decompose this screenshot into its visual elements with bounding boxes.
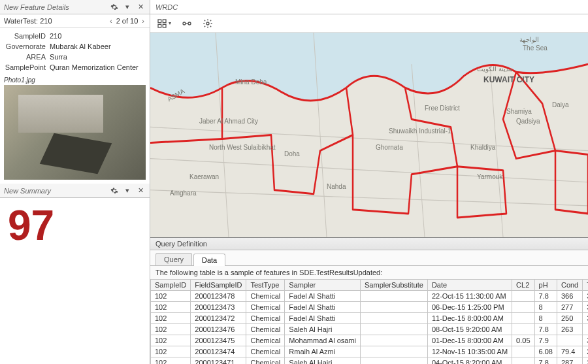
col-ph[interactable]: pH: [534, 280, 557, 291]
svg-rect-0: [158, 20, 161, 23]
map-toolbar: ▾: [150, 14, 588, 33]
svg-point-5: [188, 22, 191, 25]
table-row[interactable]: 1022000123475ChemicalMohammad Al osami01…: [151, 335, 589, 346]
map-canvas[interactable]: KUWAIT CITY مدينة الكويت Mina Doha Jaber…: [150, 33, 588, 237]
query-panel: Query Definition Query Data The followin…: [150, 237, 588, 364]
attr-value: Surra: [50, 53, 146, 61]
dropdown-icon[interactable]: ▾: [122, 2, 133, 12]
svg-rect-1: [163, 20, 166, 23]
gear-icon[interactable]: [109, 2, 120, 12]
query-panel-title: Query Definition: [150, 238, 588, 250]
photo-thumbnail[interactable]: [4, 85, 146, 180]
summary-body: 97: [0, 198, 150, 364]
table-row[interactable]: 1022000123472ChemicalFadel Al Shatti11-D…: [151, 313, 589, 324]
col-sampler[interactable]: Sampler: [285, 280, 361, 291]
attr-key: SampleID: [4, 32, 50, 40]
grid-view-button[interactable]: ▾: [157, 18, 171, 29]
table-row[interactable]: 1022000123476ChemicalSaleh Al Hajri08-Oc…: [151, 324, 589, 335]
gear-icon[interactable]: [109, 186, 120, 196]
summary-title: New Summary: [4, 187, 51, 195]
summary-value: 97: [8, 205, 54, 246]
col-testtype[interactable]: TestType: [246, 280, 285, 291]
svg-point-7: [206, 22, 209, 25]
tab-query[interactable]: Query: [155, 253, 192, 265]
table-row[interactable]: 1022000123471ChemicalSaleh Al Hajri04-Oc…: [151, 357, 589, 365]
table-row[interactable]: 1022000123478ChemicalFadel Al Shatti22-O…: [151, 291, 589, 302]
col-fieldsampleid[interactable]: FieldSampleID: [191, 280, 246, 291]
svg-point-4: [183, 22, 186, 25]
attribute-list: SampleID210 GovernorateMubarak Al Kabeer…: [0, 28, 150, 75]
results-grid[interactable]: SampleIDFieldSampleIDTestTypeSamplerSamp…: [150, 279, 588, 364]
attr-key: AREA: [4, 53, 50, 61]
link-button[interactable]: [182, 18, 192, 29]
settings-button[interactable]: [203, 18, 213, 29]
attr-value: Quran Memorization Center: [50, 63, 146, 71]
col-date[interactable]: Date: [427, 280, 512, 291]
svg-rect-2: [158, 24, 161, 27]
col-sampleid[interactable]: SampleID: [151, 280, 191, 291]
attr-value: Mubarak Al Kabeer: [50, 42, 146, 50]
close-icon[interactable]: ✕: [135, 186, 146, 196]
attr-value: 210: [50, 32, 146, 40]
col-cl2[interactable]: CL2: [512, 280, 534, 291]
table-row[interactable]: 1022000123473ChemicalFadel Al Shatti06-D…: [151, 302, 589, 313]
record-position: 2 of 10: [116, 17, 139, 25]
attr-key: Governorate: [4, 42, 50, 50]
attr-key: SamplePoint: [4, 63, 50, 71]
photo-label: Photo1.jpg: [0, 75, 150, 85]
details-pane-header: New Feature Details ▾ ✕: [0, 0, 150, 14]
col-temp[interactable]: Temp: [583, 280, 588, 291]
map-pane-header: WRDC: [150, 0, 588, 14]
tab-data[interactable]: Data: [193, 254, 225, 266]
close-icon[interactable]: ✕: [135, 2, 146, 12]
svg-rect-3: [163, 24, 166, 27]
table-row[interactable]: 1022000123474ChemicalRmaih Al Azmi12-Nov…: [151, 346, 589, 357]
details-title: New Feature Details: [4, 3, 69, 11]
dropdown-icon[interactable]: ▾: [122, 186, 133, 196]
query-tabs: Query Data: [150, 250, 588, 266]
col-cond[interactable]: Cond: [557, 280, 582, 291]
col-samplersubstitute[interactable]: SamplerSubstitute: [361, 280, 428, 291]
map-title: WRDC: [155, 3, 178, 11]
record-title: WaterTest: 210: [4, 17, 108, 25]
prev-record-button[interactable]: ‹: [108, 17, 114, 25]
record-navigator: WaterTest: 210 ‹ 2 of 10 ›: [0, 14, 150, 28]
query-note: The following table is a sample of featu…: [150, 266, 588, 279]
summary-pane-header: New Summary ▾ ✕: [0, 184, 150, 198]
next-record-button[interactable]: ›: [140, 17, 146, 25]
